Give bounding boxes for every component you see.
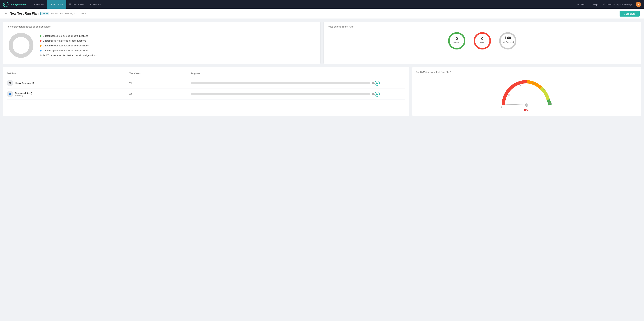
legend-passed: 0 Total passed test across all configura… <box>40 35 96 37</box>
run-name-2: Chrome (latest) <box>15 92 32 94</box>
svg-text:60: 60 <box>533 82 535 84</box>
testsuites-icon: ☰ <box>69 3 71 6</box>
svg-line-19 <box>506 104 527 105</box>
run-sub-2: Monterey (12) <box>15 94 32 97</box>
case-count-1: 71 <box>130 82 191 85</box>
svg-point-10 <box>500 33 516 49</box>
col-test-run: Test Run <box>7 72 130 75</box>
page-header: ← New Test Run Plan PROD by Test Test, N… <box>0 9 644 19</box>
logo[interactable]: qualitywatcher <box>3 2 26 7</box>
complete-button[interactable]: Complete <box>620 11 640 17</box>
svg-text:80: 80 <box>543 89 545 91</box>
test-run-card: Test Run Test Cases Progress ⚙ Linux:Chr… <box>3 67 409 116</box>
bottom-row: Test Run Test Cases Progress ⚙ Linux:Chr… <box>3 67 641 116</box>
svg-text:Not Executed: Not Executed <box>502 41 514 43</box>
progress-bar-2: 0% <box>191 93 375 95</box>
col-test-cases: Test Cases <box>130 72 191 75</box>
reports-icon: ↗ <box>90 3 92 6</box>
legend: 0 Total passed test across all configura… <box>40 35 96 57</box>
run-icon-1: ⚙ <box>7 80 13 86</box>
run-icon-2: 🔵 <box>7 91 13 97</box>
by-text: by Test Test, Nov 28, 2022, 9:18 AM <box>51 12 88 15</box>
svg-text:100: 100 <box>549 102 552 104</box>
run-name-1: Linux:Chrome:12 <box>15 82 34 85</box>
run-info-1: ⚙ Linux:Chrome:12 <box>7 80 130 86</box>
top-row: Percentage totals across all configurati… <box>3 22 641 64</box>
col-action <box>375 72 406 75</box>
quality-meter-card: QualityMeter (New Test Run Plan) 0 20 <box>412 67 641 116</box>
table-row: 🔵 Chrome (latest) Monterey (12) 69 0% ▶ <box>7 89 406 100</box>
nav-test-runs[interactable]: ⚙ Test Runs <box>47 0 66 9</box>
legend-not-executed: 140 Total not executed test across all c… <box>40 54 96 57</box>
play-button-1[interactable]: ▶ <box>375 81 380 86</box>
svg-text:0: 0 <box>456 36 458 41</box>
nav-right: ✦ Test ? Help ⚙ Test Workspace Settings … <box>575 2 641 7</box>
nav-test[interactable]: ✦ Test <box>575 3 587 6</box>
totals-circles: 0 Passed 0 Failed <box>327 31 637 51</box>
play-button-2[interactable]: ▶ <box>375 92 380 97</box>
settings-icon: ⚙ <box>603 3 605 6</box>
legend-skipped: 0 Total skipped test across all configur… <box>40 49 96 52</box>
legend-failed: 0 Total failed test across all configura… <box>40 39 96 42</box>
page-title: New Test Run Plan <box>10 12 39 16</box>
prod-badge: PROD <box>40 12 50 15</box>
logo-text: qualitywatcher <box>10 3 26 6</box>
gauge-chart: 0 20 40 60 80 100 0% <box>416 76 637 112</box>
donut-chart <box>7 31 36 60</box>
svg-text:140: 140 <box>504 36 511 40</box>
avatar[interactable]: T <box>636 2 641 7</box>
overview-icon: ○ <box>32 3 33 6</box>
svg-text:20: 20 <box>508 94 510 96</box>
svg-point-20 <box>525 104 528 106</box>
totals-card: Totals across all test runs 0 Passed <box>324 22 641 64</box>
navbar: qualitywatcher ○ Overview ⚙ Test Runs ☰ … <box>0 0 644 9</box>
svg-text:0: 0 <box>500 106 502 108</box>
back-button[interactable]: ← <box>4 12 8 16</box>
svg-text:0%: 0% <box>524 108 529 112</box>
help-icon: ? <box>590 3 592 6</box>
svg-text:Failed: Failed <box>480 41 485 44</box>
spark-icon: ✦ <box>577 3 579 6</box>
case-count-2: 69 <box>130 93 191 96</box>
failed-circle: 0 Failed <box>472 31 492 51</box>
svg-point-3 <box>449 33 465 49</box>
percentage-totals-card: Percentage totals across all configurati… <box>3 22 320 64</box>
main-content: Percentage totals across all configurati… <box>0 19 644 119</box>
table-header: Test Run Test Cases Progress <box>7 71 406 76</box>
nav-workspace-settings[interactable]: ⚙ Test Workspace Settings <box>601 3 634 6</box>
svg-text:Passed: Passed <box>454 41 460 44</box>
progress-bar-1: 0% <box>191 82 375 84</box>
testruns-icon: ⚙ <box>50 3 52 6</box>
legend-blocked: 0 Total blocked test across all configur… <box>40 44 96 47</box>
left-card-title: Percentage totals across all configurati… <box>7 25 96 28</box>
nav-reports[interactable]: ↗ Reports <box>86 0 104 9</box>
svg-text:0: 0 <box>481 36 483 41</box>
run-info-2: 🔵 Chrome (latest) Monterey (12) <box>7 91 130 97</box>
not-executed-circle: 140 Not Executed <box>498 31 518 51</box>
svg-point-1 <box>10 35 32 56</box>
nav-help[interactable]: ? Help <box>588 3 600 6</box>
nav-overview[interactable]: ○ Overview <box>29 0 47 9</box>
table-row: ⚙ Linux:Chrome:12 71 0% ▶ <box>7 78 406 89</box>
passed-circle: 0 Passed <box>447 31 467 51</box>
col-progress: Progress <box>191 72 375 75</box>
svg-point-7 <box>474 33 490 49</box>
svg-text:40: 40 <box>519 84 521 86</box>
right-card-title: Totals across all test runs <box>327 25 637 28</box>
nav-test-suites[interactable]: ☰ Test Suites <box>66 0 87 9</box>
quality-meter-title: QualityMeter (New Test Run Plan) <box>416 71 637 73</box>
